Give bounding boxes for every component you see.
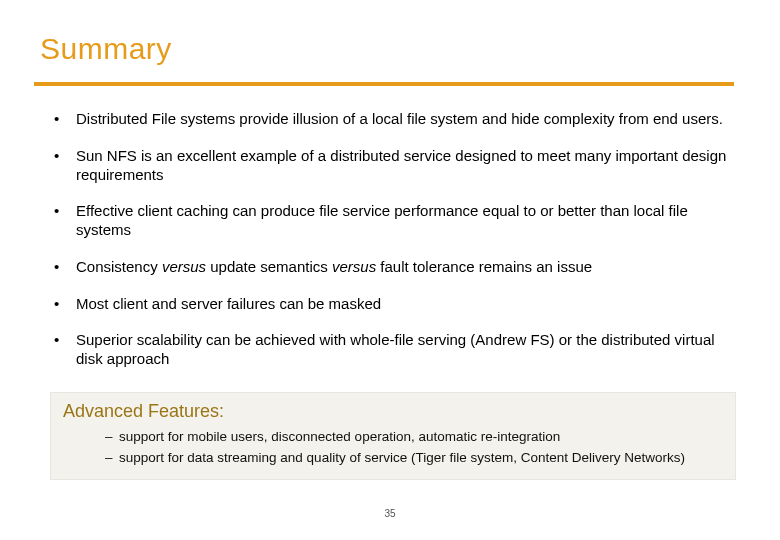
bullet-text-part: update semantics [206, 258, 332, 275]
page-number: 35 [0, 508, 780, 519]
bullet-item: Sun NFS is an excellent example of a dis… [50, 147, 740, 185]
bullet-text: Superior scalability can be achieved wit… [76, 331, 715, 367]
bullet-item: Superior scalability can be achieved wit… [50, 331, 740, 369]
bullet-text: Effective client caching can produce fil… [76, 202, 688, 238]
advanced-text: support for data streaming and quality o… [119, 450, 685, 465]
bullet-item: Consistency versus update semantics vers… [50, 258, 740, 277]
advanced-item: support for data streaming and quality o… [105, 449, 727, 467]
advanced-text: support for mobile users, disconnected o… [119, 429, 560, 444]
bullet-text: Most client and server failures can be m… [76, 295, 381, 312]
advanced-list: support for mobile users, disconnected o… [59, 428, 727, 466]
bullet-text-italic: versus [332, 258, 376, 275]
bullet-text-part: Consistency [76, 258, 162, 275]
slide-title: Summary [40, 32, 172, 66]
bullet-text-part: fault tolerance remains an issue [376, 258, 592, 275]
bullet-list: Distributed File systems provide illusio… [50, 110, 740, 387]
bullet-item: Effective client caching can produce fil… [50, 202, 740, 240]
advanced-item: support for mobile users, disconnected o… [105, 428, 727, 446]
bullet-text-italic: versus [162, 258, 206, 275]
bullet-item: Most client and server failures can be m… [50, 295, 740, 314]
advanced-heading: Advanced Features: [63, 401, 727, 422]
slide: Summary Distributed File systems provide… [0, 0, 780, 540]
bullet-text: Sun NFS is an excellent example of a dis… [76, 147, 726, 183]
bullet-text: Distributed File systems provide illusio… [76, 110, 723, 127]
advanced-features-box: Advanced Features: support for mobile us… [50, 392, 736, 480]
title-underline [34, 82, 734, 86]
bullet-item: Distributed File systems provide illusio… [50, 110, 740, 129]
